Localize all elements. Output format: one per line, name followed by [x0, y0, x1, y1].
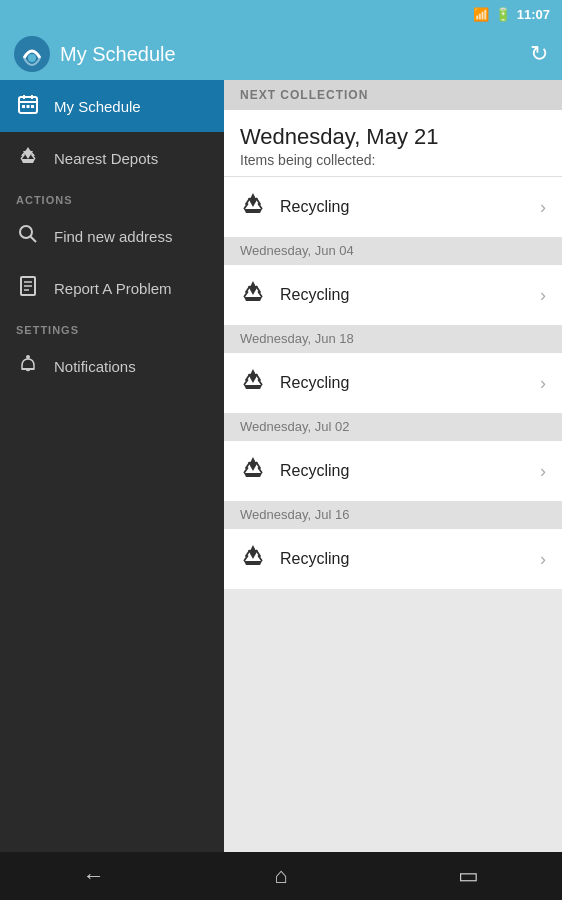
collection-item-jul02[interactable]: Recycling ›	[224, 440, 562, 501]
collection-label-may21: Recycling	[280, 198, 349, 216]
page-title: My Schedule	[60, 43, 176, 66]
app-logo	[14, 36, 50, 72]
notifications-icon	[16, 353, 40, 380]
chevron-icon-jun04: ›	[540, 285, 546, 306]
sidebar-item-notifications-label: Notifications	[54, 358, 136, 375]
recycle-nav-icon	[16, 145, 40, 172]
sidebar-item-report-problem[interactable]: Report A Problem	[0, 262, 224, 314]
date-divider-jul16: Wednesday, Jul 16	[224, 501, 562, 528]
svg-line-10	[31, 236, 37, 242]
back-button[interactable]: ←	[64, 863, 124, 889]
next-collection-date: Wednesday, May 21	[240, 124, 546, 150]
battery-icon: 🔋	[495, 7, 511, 22]
recycle-icon-jun04	[240, 279, 266, 311]
chevron-icon-jul02: ›	[540, 461, 546, 482]
collection-label-jun04: Recycling	[280, 286, 349, 304]
collection-item-jun18[interactable]: Recycling ›	[224, 352, 562, 413]
collection-label-jul16: Recycling	[280, 550, 349, 568]
sidebar-item-my-schedule[interactable]: My Schedule	[0, 80, 224, 132]
collection-label-jun18: Recycling	[280, 374, 349, 392]
svg-rect-8	[31, 105, 34, 108]
svg-rect-7	[27, 105, 30, 108]
search-icon	[16, 223, 40, 250]
date-divider-jul02: Wednesday, Jul 02	[224, 413, 562, 440]
sidebar-item-report-problem-label: Report A Problem	[54, 280, 172, 297]
sidebar: My Schedule Nearest Depots ACTIONS	[0, 80, 224, 852]
date-divider-jun04: Wednesday, Jun 04	[224, 237, 562, 264]
next-collection-header: NEXT COLLECTION	[224, 80, 562, 110]
main-layout: My Schedule Nearest Depots ACTIONS	[0, 80, 562, 852]
collection-item-may21[interactable]: Recycling ›	[224, 176, 562, 237]
sidebar-item-find-address-label: Find new address	[54, 228, 172, 245]
chevron-icon-jul16: ›	[540, 549, 546, 570]
svg-point-9	[20, 226, 32, 238]
chevron-icon-jun18: ›	[540, 373, 546, 394]
sidebar-item-notifications[interactable]: Notifications	[0, 340, 224, 392]
next-collection-date-block: Wednesday, May 21 Items being collected:	[224, 110, 562, 176]
collection-item-jun04[interactable]: Recycling ›	[224, 264, 562, 325]
settings-section-label: SETTINGS	[0, 314, 224, 340]
recycle-icon-jul16	[240, 543, 266, 575]
collection-label-jul02: Recycling	[280, 462, 349, 480]
top-bar: My Schedule ↻	[0, 28, 562, 80]
recycle-icon-jul02	[240, 455, 266, 487]
svg-point-1	[28, 54, 36, 62]
status-time: 11:07	[517, 7, 550, 22]
sidebar-item-find-new-address[interactable]: Find new address	[0, 210, 224, 262]
wifi-icon: 📶	[473, 7, 489, 22]
actions-section-label: ACTIONS	[0, 184, 224, 210]
content-area: NEXT COLLECTION Wednesday, May 21 Items …	[224, 80, 562, 852]
chevron-icon-may21: ›	[540, 197, 546, 218]
date-divider-jun18: Wednesday, Jun 18	[224, 325, 562, 352]
sidebar-item-my-schedule-label: My Schedule	[54, 98, 141, 115]
recycle-icon-jun18	[240, 367, 266, 399]
svg-rect-6	[22, 105, 25, 108]
refresh-button[interactable]: ↻	[530, 41, 548, 67]
next-collection-subtitle: Items being collected:	[240, 152, 546, 168]
calendar-icon	[16, 93, 40, 120]
home-button[interactable]: ⌂	[251, 863, 311, 889]
sidebar-item-nearest-depots-label: Nearest Depots	[54, 150, 158, 167]
document-icon	[16, 275, 40, 302]
recents-button[interactable]: ▭	[438, 863, 498, 889]
recycle-icon-may21	[240, 191, 266, 223]
bottom-nav: ← ⌂ ▭	[0, 852, 562, 900]
sidebar-item-nearest-depots[interactable]: Nearest Depots	[0, 132, 224, 184]
status-bar: 📶 🔋 11:07	[0, 0, 562, 28]
collection-item-jul16[interactable]: Recycling ›	[224, 528, 562, 589]
